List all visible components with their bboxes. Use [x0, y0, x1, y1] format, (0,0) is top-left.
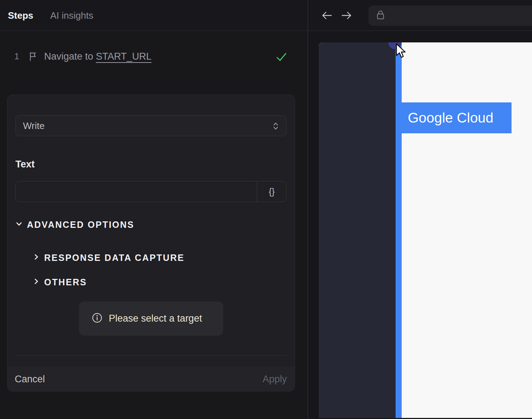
action-select[interactable]: Write: [15, 115, 286, 136]
divider: [15, 355, 287, 356]
back-button[interactable]: [320, 9, 333, 22]
chevron-right-icon: [33, 278, 40, 286]
top-header: Steps AI insights: [0, 0, 532, 31]
page-dark-sidebar: [319, 42, 396, 418]
step-editor-card: Write Text {} ADVANCED OPTIONS RESPONSE …: [7, 95, 295, 392]
text-field-label: Text: [15, 159, 35, 170]
action-select-value: Write: [23, 116, 45, 136]
forward-button[interactable]: [340, 9, 353, 22]
page-viewport[interactable]: Google Cloud: [319, 42, 532, 418]
step-action-text: Navigate to: [44, 51, 96, 62]
page-brand-highlight[interactable]: Google Cloud: [402, 102, 512, 133]
browser-preview-panel: Google Cloud: [308, 31, 532, 419]
others-toggle[interactable]: OTHERS: [33, 276, 87, 288]
step-number: 1: [14, 48, 19, 65]
others-label: OTHERS: [44, 277, 87, 287]
cancel-button[interactable]: Cancel: [15, 367, 45, 392]
advanced-options-toggle[interactable]: ADVANCED OPTIONS: [15, 218, 134, 231]
info-icon: [92, 313, 102, 324]
tab-ai-insights[interactable]: AI insights: [50, 0, 93, 31]
arrow-left-icon: [320, 17, 333, 23]
flag-icon: [29, 52, 37, 63]
address-bar[interactable]: [368, 5, 532, 26]
arrow-right-icon: [340, 17, 353, 23]
page-brand-text: Google Cloud: [408, 110, 494, 126]
select-target-notice: Please select a target: [79, 301, 223, 336]
response-data-capture-label: RESPONSE DATA CAPTURE: [44, 253, 185, 263]
step-title: Navigate to START_URL: [44, 48, 151, 65]
page-accent-stripe: [396, 42, 402, 418]
chevron-down-icon: [15, 220, 23, 229]
editor-footer: Cancel Apply: [8, 367, 295, 392]
insert-variable-button[interactable]: {}: [257, 181, 286, 202]
cursor-icon: [395, 43, 407, 60]
panel-divider: [308, 0, 308, 419]
step-target-link[interactable]: START_URL: [96, 51, 151, 62]
check-icon: [276, 52, 287, 63]
text-field: {}: [15, 181, 286, 202]
step-item[interactable]: 1 Navigate to START_URL: [0, 48, 308, 65]
chevron-right-icon: [33, 253, 40, 262]
apply-button[interactable]: Apply: [262, 367, 287, 392]
text-input[interactable]: [16, 181, 256, 202]
lock-icon: [377, 10, 384, 22]
tab-steps[interactable]: Steps: [8, 0, 33, 31]
chevron-updown-icon: [272, 122, 279, 132]
advanced-options-label: ADVANCED OPTIONS: [27, 220, 134, 230]
select-target-text: Please select a target: [109, 313, 202, 324]
response-data-capture-toggle[interactable]: RESPONSE DATA CAPTURE: [33, 252, 185, 264]
steps-panel: 1 Navigate to START_URL Write Text {} AD…: [0, 31, 308, 419]
